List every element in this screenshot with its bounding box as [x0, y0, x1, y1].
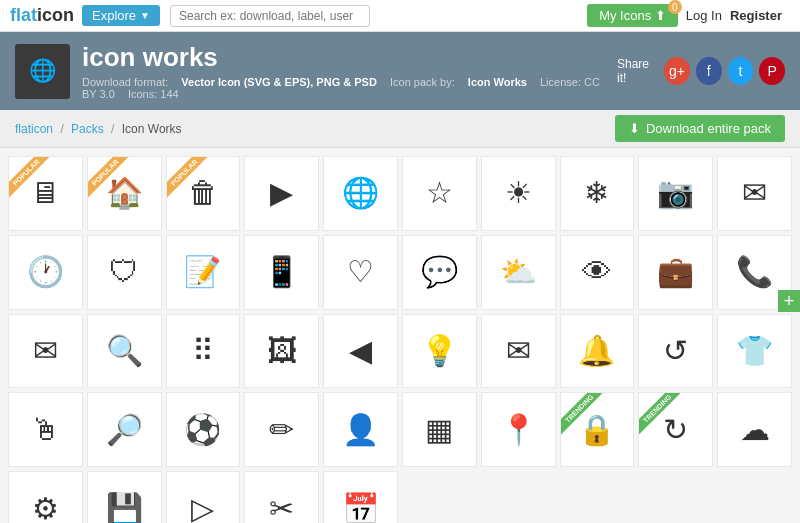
register-button[interactable]: Register: [730, 8, 782, 23]
subtitle-pack-author: Icon Works: [468, 76, 527, 88]
breadcrumb-packs[interactable]: Packs: [71, 122, 104, 136]
icon-symbol: 📝: [184, 257, 221, 287]
icon-cell[interactable]: ✂: [244, 471, 319, 523]
icon-symbol: ☆: [426, 178, 453, 208]
icon-cell[interactable]: TRENDING↻: [638, 392, 713, 467]
icon-cell[interactable]: 🕐: [8, 235, 83, 310]
icon-symbol: 🏠: [106, 178, 143, 208]
add-icon-button[interactable]: +: [778, 290, 800, 312]
icon-symbol: 🔎: [106, 415, 143, 445]
icon-cell[interactable]: 🛡: [87, 235, 162, 310]
icon-cell[interactable]: ⠿: [166, 314, 241, 389]
icon-cell[interactable]: ◀: [323, 314, 398, 389]
icon-symbol: ✏: [269, 415, 294, 445]
icon-cell[interactable]: 📝: [166, 235, 241, 310]
icon-cell[interactable]: ☁: [717, 392, 792, 467]
icon-cell[interactable]: ✉: [481, 314, 556, 389]
icon-cell[interactable]: ✉: [717, 156, 792, 231]
share-gplus-button[interactable]: g+: [664, 57, 690, 85]
icon-symbol: 💡: [421, 336, 458, 366]
icon-symbol: ↺: [663, 336, 688, 366]
logo-icon: icon: [37, 5, 74, 25]
icon-cell[interactable]: POPULAR🖥: [8, 156, 83, 231]
my-icons-badge: 0: [668, 0, 682, 14]
icon-cell[interactable]: ❄: [560, 156, 635, 231]
icon-cell[interactable]: 👕: [717, 314, 792, 389]
logo-flat: flat: [10, 5, 37, 25]
download-pack-button[interactable]: ⬇ Download entire pack: [615, 115, 785, 142]
icon-cell[interactable]: 💾: [87, 471, 162, 523]
icon-cell[interactable]: 👁: [560, 235, 635, 310]
icons-area: POPULAR🖥POPULAR🏠POPULAR🗑▶🌐☆☀❄📷✉🕐🛡📝📱♡💬⛅👁💼…: [0, 148, 800, 523]
share-facebook-button[interactable]: f: [696, 57, 722, 85]
share-area: Share it! g+ f t P: [617, 57, 785, 85]
share-twitter-button[interactable]: t: [728, 57, 754, 85]
icon-cell[interactable]: ☀: [481, 156, 556, 231]
my-icons-button[interactable]: My Icons ⬆ 0: [587, 4, 678, 27]
breadcrumb-flaticon[interactable]: flaticon: [15, 122, 53, 136]
icon-cell[interactable]: 🔍: [87, 314, 162, 389]
download-bar: ⬇ Download entire pack: [615, 115, 785, 142]
icon-cell[interactable]: POPULAR🗑: [166, 156, 241, 231]
breadcrumb: flaticon / Packs / Icon Works: [15, 122, 182, 136]
icon-symbol: 🌐: [342, 178, 379, 208]
icon-symbol: ✉: [506, 336, 531, 366]
my-icons-label: My Icons: [599, 8, 651, 23]
icon-cell[interactable]: ▦: [402, 392, 477, 467]
subtitle-pack-label: Icon pack by:: [390, 76, 455, 88]
explore-button[interactable]: Explore ▼: [82, 5, 160, 26]
icon-symbol: ⚙: [32, 494, 59, 523]
explore-label: Explore: [92, 8, 136, 23]
icon-symbol: 🖥: [30, 178, 60, 208]
icon-symbol: ❄: [584, 178, 609, 208]
icon-cell[interactable]: ⚙: [8, 471, 83, 523]
share-label: Share it!: [617, 57, 658, 85]
icon-cell[interactable]: ⚽: [166, 392, 241, 467]
pack-title: icon works: [82, 42, 617, 73]
icon-cell[interactable]: 💡: [402, 314, 477, 389]
icon-symbol: 👕: [736, 336, 773, 366]
icon-cell[interactable]: 🖼: [244, 314, 319, 389]
icon-cell[interactable]: 📅: [323, 471, 398, 523]
search-input[interactable]: [170, 5, 370, 27]
icon-cell[interactable]: ⛅: [481, 235, 556, 310]
icon-cell[interactable]: 🌐: [323, 156, 398, 231]
icon-cell[interactable]: 📷: [638, 156, 713, 231]
icon-cell[interactable]: 👤: [323, 392, 398, 467]
icon-symbol: ▶: [270, 178, 293, 208]
icon-cell[interactable]: ♡: [323, 235, 398, 310]
subtitle-format-val: Vector Icon (SVG & EPS), PNG & PSD: [181, 76, 377, 88]
icon-cell[interactable]: ✉: [8, 314, 83, 389]
icon-symbol: 📞: [736, 257, 773, 287]
icon-symbol: 🕐: [27, 257, 64, 287]
icon-symbol: 💾: [106, 494, 143, 523]
icon-symbol: ✉: [742, 178, 767, 208]
icon-cell[interactable]: 📱: [244, 235, 319, 310]
icon-cell[interactable]: ↺: [638, 314, 713, 389]
icon-symbol: 📅: [342, 494, 379, 523]
icon-cell[interactable]: ✏: [244, 392, 319, 467]
icon-cell[interactable]: 💼: [638, 235, 713, 310]
icon-symbol: 🔒: [578, 415, 615, 445]
login-button[interactable]: Log In: [686, 8, 722, 23]
icon-cell[interactable]: 🖱: [8, 392, 83, 467]
icon-cell[interactable]: 🔎: [87, 392, 162, 467]
icon-cell[interactable]: ▶: [244, 156, 319, 231]
icon-cell[interactable]: TRENDING🔒: [560, 392, 635, 467]
icon-cell[interactable]: ☆: [402, 156, 477, 231]
icon-cell[interactable]: 💬: [402, 235, 477, 310]
icon-cell[interactable]: 🔔: [560, 314, 635, 389]
icon-symbol: 🛡: [109, 257, 139, 287]
icon-cell[interactable]: 📍: [481, 392, 556, 467]
icon-symbol: ✉: [33, 336, 58, 366]
icon-cell[interactable]: ▷: [166, 471, 241, 523]
icon-symbol: 💼: [657, 257, 694, 287]
logo: flaticon: [10, 5, 74, 26]
pack-subtitle: Download format: Vector Icon (SVG & EPS)…: [82, 76, 617, 100]
icon-symbol: 👁: [582, 257, 612, 287]
icon-cell[interactable]: POPULAR🏠: [87, 156, 162, 231]
chevron-down-icon: ▼: [140, 10, 150, 21]
share-pinterest-button[interactable]: P: [759, 57, 785, 85]
icon-symbol: 🔔: [578, 336, 615, 366]
icon-symbol: 🖼: [267, 336, 297, 366]
